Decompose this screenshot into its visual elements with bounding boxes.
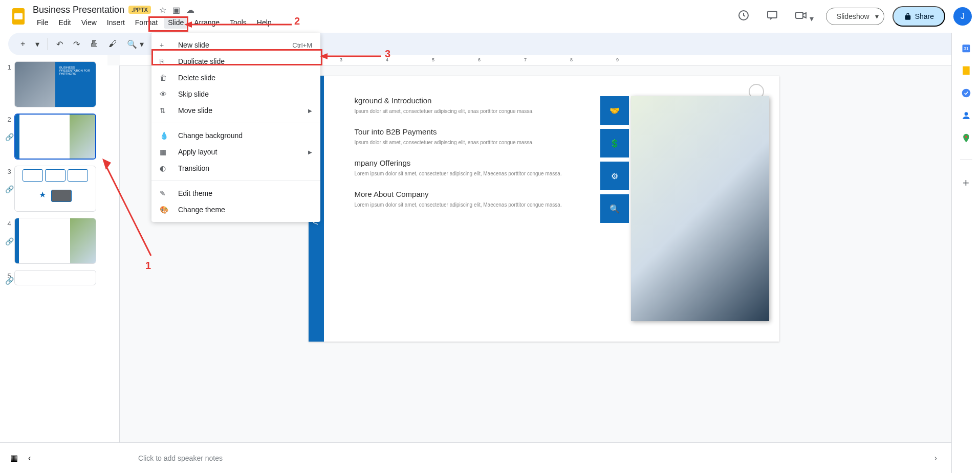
slide-number: 1: [4, 61, 14, 71]
contacts-icon[interactable]: [961, 110, 971, 121]
pencil-icon: ✎: [160, 189, 170, 197]
trash-icon: 🗑: [160, 74, 170, 82]
slide-number: 3: [4, 166, 14, 175]
shortcut-label: Ctrl+M: [292, 41, 312, 49]
agenda-item-4-desc: Lorem ipsum dolor sit amet, consectetuer…: [355, 201, 590, 209]
share-label: Share: [915, 12, 934, 20]
keep-icon[interactable]: [961, 65, 971, 76]
submenu-arrow-icon: ▶: [308, 149, 312, 155]
gear-hand-icon: ⚙: [600, 162, 629, 190]
explore-icon[interactable]: ›: [930, 449, 941, 467]
svg-text:31: 31: [964, 46, 969, 51]
link-icon: 🔗: [5, 237, 14, 245]
menu-transition[interactable]: ◐ Transition: [151, 160, 320, 176]
menu-tools[interactable]: Tools: [226, 16, 251, 29]
slide-canvas[interactable]: AGENDA kground & Introduction Ipsum dolo…: [309, 76, 779, 342]
new-slide-dropdown[interactable]: ▾: [31, 36, 43, 52]
agenda-item-3-desc: Lorem ipsum dolor sit amet, consectetuer…: [355, 170, 590, 177]
slide-thumb-2[interactable]: [14, 114, 96, 160]
user-avatar[interactable]: J: [953, 7, 972, 26]
grid-view-icon[interactable]: ▦: [10, 453, 18, 463]
cloud-icon[interactable]: ☁: [186, 5, 194, 15]
speaker-notes-input[interactable]: Click to add speaker notes: [118, 454, 930, 462]
menu-view[interactable]: View: [77, 16, 101, 29]
handshake-icon: 🤝: [600, 96, 629, 125]
slide-thumb-4[interactable]: [14, 218, 96, 264]
redo-button[interactable]: ↷: [69, 36, 84, 52]
document-title[interactable]: Business Presentation: [33, 5, 124, 15]
menu-file[interactable]: File: [33, 16, 53, 29]
add-addon-icon[interactable]: +: [961, 176, 971, 187]
comment-icon[interactable]: [762, 5, 782, 28]
slide-thumb-3[interactable]: ★: [14, 166, 96, 212]
submenu-arrow-icon: ▶: [308, 108, 312, 114]
zoom-button[interactable]: 🔍 ▾: [123, 36, 147, 52]
calendar-icon[interactable]: 31: [961, 43, 971, 53]
svg-point-15: [964, 112, 968, 116]
menu-delete-slide[interactable]: 🗑 Delete slide: [151, 70, 320, 86]
slide-image: [631, 96, 769, 321]
slide-thumb-5[interactable]: [14, 270, 96, 285]
right-sidebar: 31 +: [951, 33, 980, 473]
svg-rect-4: [796, 12, 803, 18]
undo-button[interactable]: ↶: [52, 36, 67, 52]
tasks-icon[interactable]: [961, 88, 971, 98]
menu-change-background[interactable]: 💧 Change background: [151, 127, 320, 144]
svg-rect-13: [963, 66, 969, 75]
magnifier-icon: 🔍: [600, 194, 629, 223]
new-slide-button[interactable]: +: [16, 36, 29, 52]
svg-point-16: [965, 136, 967, 138]
maps-icon[interactable]: [961, 133, 971, 143]
slides-logo[interactable]: [8, 6, 29, 27]
transition-icon: ◐: [160, 164, 170, 172]
dollar-icon: 💲: [600, 129, 629, 157]
header: Business Presentation .PPTX ☆ ▣ ☁ File E…: [0, 0, 980, 33]
menu-insert[interactable]: Insert: [103, 16, 129, 29]
agenda-item-3-title: mpany Offerings: [355, 159, 590, 167]
eye-icon: 👁: [160, 90, 170, 98]
menu-apply-layout[interactable]: ▦ Apply layout ▶: [151, 144, 320, 160]
link-icon: 🔗: [5, 133, 14, 141]
move-arrows-icon: ⇅: [160, 106, 170, 115]
agenda-item-1-title: kground & Introduction: [355, 96, 590, 105]
agenda-item-2-title: Tour into B2B Payments: [355, 127, 590, 136]
agenda-item-4-title: More About Company: [355, 190, 590, 198]
menu-change-theme[interactable]: 🎨 Change theme: [151, 201, 320, 218]
paint-format-button[interactable]: 🖌: [104, 36, 121, 52]
main-area: 1 BUSINESS PRESENTATION FOR PARTNERS 2 🔗…: [0, 55, 980, 442]
slide-thumb-1[interactable]: BUSINESS PRESENTATION FOR PARTNERS: [14, 61, 96, 107]
duplicate-icon: ⎘: [160, 57, 170, 65]
link-icon: 🔗: [5, 277, 14, 285]
plus-icon: +: [160, 41, 170, 49]
menu-edit-theme[interactable]: ✎ Edit theme: [151, 185, 320, 201]
file-format-badge: .PPTX: [128, 6, 151, 14]
svg-rect-1: [14, 13, 23, 19]
slide-number: 2: [4, 114, 14, 123]
agenda-item-2-desc: Ipsum dolor sit amet, consectetuer adipi…: [355, 139, 590, 146]
slideshow-dropdown[interactable]: ▾: [870, 8, 884, 25]
menu-skip-slide[interactable]: 👁 Skip slide: [151, 86, 320, 102]
print-button[interactable]: 🖶: [86, 36, 102, 52]
menu-move-slide[interactable]: ⇅ Move slide ▶: [151, 102, 320, 119]
menu-edit[interactable]: Edit: [55, 16, 75, 29]
menu-help[interactable]: Help: [253, 16, 276, 29]
slide-content: kground & Introduction Ipsum dolor sit a…: [324, 76, 600, 342]
menu-new-slide[interactable]: + New slide Ctrl+M: [151, 37, 320, 53]
slide-panel[interactable]: 1 BUSINESS PRESENTATION FOR PARTNERS 2 🔗…: [0, 55, 107, 442]
menu-format[interactable]: Format: [131, 16, 162, 29]
vertical-ruler: [107, 65, 120, 442]
move-icon[interactable]: ▣: [172, 5, 180, 15]
thumb1-title: BUSINESS PRESENTATION FOR PARTNERS: [55, 62, 96, 107]
link-icon: 🔗: [5, 185, 14, 193]
menu-arrange[interactable]: Arrange: [190, 16, 224, 29]
droplet-icon: 💧: [160, 131, 170, 140]
history-icon[interactable]: [733, 5, 754, 28]
prev-slide-icon[interactable]: ‹: [28, 454, 31, 463]
icon-column: 🤝 💲 ⚙ 🔍: [600, 76, 631, 342]
agenda-item-1-desc: Ipsum dolor sit amet, consectetuer adipi…: [355, 108, 590, 115]
star-icon[interactable]: ☆: [159, 5, 166, 15]
menu-duplicate-slide[interactable]: ⎘ Duplicate slide: [151, 53, 320, 70]
menu-slide[interactable]: Slide: [164, 16, 188, 29]
video-icon[interactable]: ▾: [791, 5, 817, 28]
share-button[interactable]: Share: [892, 6, 945, 27]
